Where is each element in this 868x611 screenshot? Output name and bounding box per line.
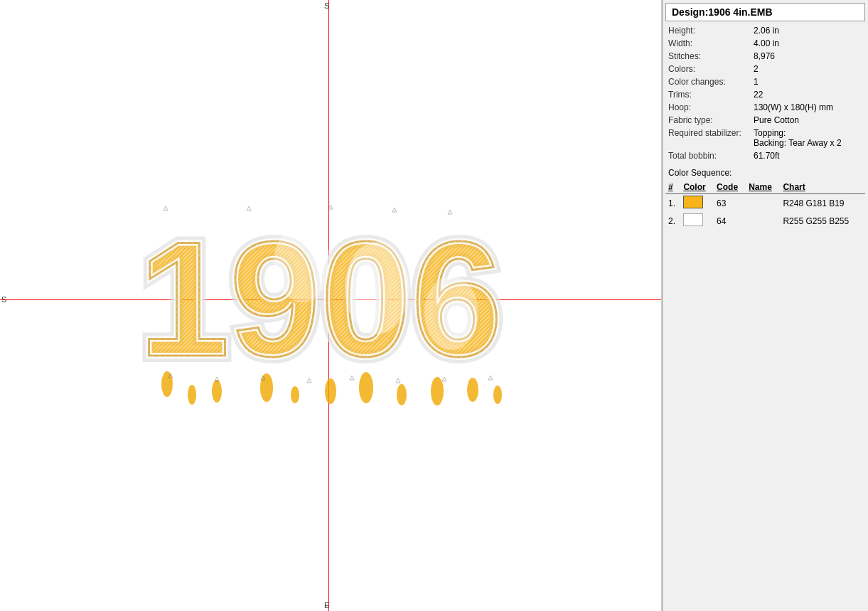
- canvas-area: S S E E 1906 1906: [0, 0, 662, 611]
- bobbin-value: 61.70ft: [748, 149, 868, 162]
- stabilizer-topping: Topping:: [754, 128, 786, 138]
- stabilizer-backing: Backing: Tear Away x 2: [754, 138, 842, 148]
- width-label: Width:: [663, 37, 748, 50]
- stitches-row: Stitches: 8,976: [663, 50, 868, 63]
- stabilizer-label: Required stabilizer:: [663, 127, 748, 149]
- design-info-table: Height: 2.06 in Width: 4.00 in Stitches:…: [663, 24, 868, 162]
- stitches-value: 8,976: [748, 50, 868, 63]
- col-color-header: Color: [680, 181, 714, 194]
- trims-label: Trims:: [663, 88, 748, 101]
- fabric-type-row: Fabric type: Pure Cotton: [663, 114, 868, 127]
- color-sequence-header: Color Sequence:: [663, 165, 868, 181]
- bobbin-label: Total bobbin:: [663, 149, 748, 162]
- svg-text:1906: 1906: [139, 208, 503, 390]
- color-swatch: [683, 196, 703, 208]
- colors-value: 2: [748, 63, 868, 75]
- color-row-swatch: [680, 194, 714, 213]
- color-row-chart: R248 G181 B19: [780, 194, 865, 213]
- width-row: Width: 4.00 in: [663, 37, 868, 50]
- trims-value: 22: [748, 88, 868, 101]
- colors-label: Colors:: [663, 63, 748, 75]
- color-sequence-table: # Color Code Name Chart 1.63R248 G181 B1…: [665, 181, 865, 230]
- hoop-row: Hoop: 130(W) x 180(H) mm: [663, 101, 868, 114]
- axis-label-s-left: S: [1, 295, 6, 304]
- bobbin-row: Total bobbin: 61.70ft: [663, 149, 868, 162]
- color-changes-label: Color changes:: [663, 75, 748, 88]
- col-code-header: Code: [714, 181, 746, 194]
- height-label: Height:: [663, 24, 748, 37]
- color-row-code: 64: [714, 212, 746, 230]
- color-table-header-row: # Color Code Name Chart: [665, 181, 865, 194]
- color-changes-row: Color changes: 1: [663, 75, 868, 88]
- color-row-code: 63: [714, 194, 746, 213]
- embroidery-design: 1906 1906: [124, 164, 515, 420]
- colors-row: Colors: 2: [663, 63, 868, 75]
- col-name-header: Name: [746, 181, 780, 194]
- design-title: Design:1906 4in.EMB: [665, 3, 865, 21]
- fabric-type-value: Pure Cotton: [748, 114, 868, 127]
- trims-row: Trims: 22: [663, 88, 868, 101]
- info-panel: Design:1906 4in.EMB Height: 2.06 in Widt…: [662, 0, 868, 611]
- stabilizer-value: Topping: Backing: Tear Away x 2: [748, 127, 868, 149]
- col-chart-header: Chart: [780, 181, 865, 194]
- stitches-label: Stitches:: [663, 50, 748, 63]
- color-table-row: 2.64R255 G255 B255: [665, 212, 865, 230]
- stabilizer-row: Required stabilizer: Topping: Backing: T…: [663, 127, 868, 149]
- hoop-value: 130(W) x 180(H) mm: [748, 101, 868, 114]
- fabric-type-label: Fabric type:: [663, 114, 748, 127]
- color-row-num: 2.: [665, 212, 680, 230]
- height-value: 2.06 in: [748, 24, 868, 37]
- color-changes-value: 1: [748, 75, 868, 88]
- color-table-row: 1.63R248 G181 B19: [665, 194, 865, 213]
- color-row-chart: R255 G255 B255: [780, 212, 865, 230]
- width-value: 4.00 in: [748, 37, 868, 50]
- col-num-header: #: [665, 181, 680, 194]
- hoop-label: Hoop:: [663, 101, 748, 114]
- color-row-swatch: [680, 212, 714, 230]
- color-swatch: [683, 213, 703, 226]
- color-row-name: [746, 212, 780, 230]
- axis-label-e-bottom: E: [324, 601, 329, 610]
- color-row-name: [746, 194, 780, 213]
- color-row-num: 1.: [665, 194, 680, 213]
- height-row: Height: 2.06 in: [663, 24, 868, 37]
- axis-label-s-top: S: [324, 1, 329, 10]
